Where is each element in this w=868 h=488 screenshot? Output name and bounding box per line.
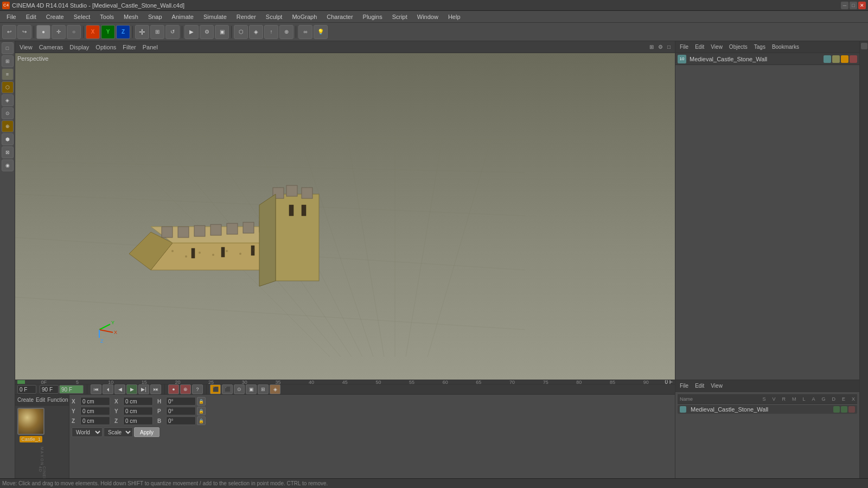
z-lock-icon[interactable]: 🔒 (197, 416, 206, 425)
x-position-input[interactable] (80, 397, 110, 406)
left-btn-sketch[interactable]: ⬢ (2, 133, 14, 145)
obj-menu-tags[interactable]: Tags (752, 43, 768, 51)
menu-tools[interactable]: Tools (95, 12, 118, 21)
points-button[interactable]: ○ (67, 25, 81, 39)
vr-btn[interactable]: ∞ (298, 25, 312, 39)
render-active[interactable]: ▣ (215, 25, 229, 39)
b-input[interactable] (166, 416, 196, 425)
apply-button[interactable]: Apply (134, 427, 159, 437)
move-tool[interactable]: ✛ (135, 25, 149, 39)
close-button[interactable]: ✕ (858, 2, 866, 9)
obj-visible-icon[interactable] (824, 55, 831, 63)
menu-file[interactable]: File (2, 12, 21, 21)
entry-btn-1[interactable] (833, 406, 840, 413)
x-axis-button[interactable]: X (86, 25, 100, 39)
h-input[interactable] (166, 397, 196, 406)
attr-menu-file[interactable]: File (678, 382, 691, 390)
vp-menu-display[interactable]: Display (67, 43, 91, 52)
goto-start-button[interactable]: ⏮ (91, 384, 101, 394)
menu-animate[interactable]: Animate (168, 12, 198, 21)
menu-create[interactable]: Create (42, 12, 68, 21)
obj-render-icon[interactable] (832, 55, 840, 63)
play-reverse-button[interactable]: ◀ (114, 384, 125, 394)
obj-menu-file[interactable]: File (678, 43, 691, 51)
scale-tool[interactable]: ⊞ (150, 25, 164, 39)
left-btn-deform[interactable]: ◈ (2, 94, 14, 106)
step-forward-button[interactable]: ▶| (138, 384, 149, 394)
menu-edit[interactable]: Edit (22, 12, 41, 21)
entry-btn-2[interactable] (841, 406, 847, 413)
vp-menu-filter[interactable]: Filter (120, 43, 138, 52)
attr-menu-edit[interactable]: Edit (693, 382, 706, 390)
redo-button[interactable]: ↪ (17, 25, 31, 39)
keyframe-btn1[interactable]: ⬛ (210, 384, 221, 394)
vp-menu-options[interactable]: Options (93, 43, 118, 52)
obj-close-icon[interactable] (850, 55, 857, 63)
menu-select[interactable]: Select (69, 12, 95, 21)
menu-snap[interactable]: Snap (144, 12, 167, 21)
start-frame-input[interactable] (17, 385, 36, 394)
undo-button[interactable]: ↩ (2, 25, 16, 39)
render-settings[interactable]: ⚙ (200, 25, 214, 39)
menu-character[interactable]: Character (322, 12, 357, 21)
y-lock-icon[interactable]: 🔒 (197, 407, 206, 415)
z-axis-button[interactable]: Z (116, 25, 130, 39)
key-help-button[interactable]: ? (192, 384, 203, 394)
light-btn[interactable]: 💡 (314, 25, 328, 39)
record-button[interactable]: ● (168, 384, 179, 394)
edge-btn[interactable] (861, 43, 867, 49)
menu-help[interactable]: Help (444, 12, 465, 21)
left-btn-hair[interactable]: ⊠ (2, 146, 14, 158)
mat-menu-create[interactable]: Create (17, 397, 34, 403)
left-btn-object[interactable]: □ (2, 42, 14, 54)
menu-plugins[interactable]: Plugins (359, 12, 387, 21)
left-btn-light[interactable]: ⊕ (2, 120, 14, 132)
null-button[interactable]: ✛ (52, 25, 66, 39)
left-btn-camera[interactable]: ⊙ (2, 107, 14, 119)
fps-input[interactable] (59, 385, 84, 394)
vp-expand-icon[interactable]: ⊞ (648, 43, 655, 51)
step-back-button[interactable]: ⏴ (103, 384, 113, 394)
goto-end-button[interactable]: ⏭ (150, 384, 161, 394)
rotate-tool[interactable]: ↺ (165, 25, 180, 39)
viewport-3d[interactable]: Perspective (15, 53, 675, 380)
y-axis-button[interactable]: Y (101, 25, 115, 39)
vp-menu-view[interactable]: View (17, 43, 35, 52)
obj-active-icon[interactable] (841, 55, 848, 63)
obj-menu-objects[interactable]: Objects (727, 43, 750, 51)
mat-menu-edit[interactable]: Edit (36, 397, 45, 403)
keyframe-btn4[interactable]: ▣ (246, 384, 257, 394)
vp-menu-panel[interactable]: Panel (141, 43, 160, 52)
timeline-btn[interactable]: ↑ (264, 25, 278, 39)
material-castle-item[interactable]: Castle_1 (17, 408, 44, 442)
entry-btn-x[interactable] (848, 406, 855, 413)
obj-menu-view[interactable]: View (709, 43, 725, 51)
y-size-input[interactable] (123, 407, 153, 415)
object-manager[interactable]: ⬡ (234, 25, 248, 39)
obj-menu-bookmarks[interactable]: Bookmarks (770, 43, 801, 51)
material-manager[interactable]: ◈ (249, 25, 263, 39)
obj-menu-edit[interactable]: Edit (693, 43, 706, 51)
menu-simulate[interactable]: Simulate (199, 12, 231, 21)
y-position-input[interactable] (80, 407, 110, 415)
keyframe-btn2[interactable]: ⬛ (222, 384, 233, 394)
maximize-button[interactable]: □ (850, 2, 857, 9)
end-frame-input[interactable] (40, 385, 59, 394)
keyframe-btn6[interactable]: ◈ (270, 384, 280, 394)
left-btn-grid[interactable]: ⊞ (2, 55, 14, 67)
left-btn-paint[interactable]: ◉ (2, 159, 14, 171)
world-dropdown[interactable]: World Object (72, 427, 103, 437)
left-btn-spline[interactable]: ⬡ (2, 81, 14, 93)
vp-settings-icon[interactable]: ⚙ (656, 43, 664, 51)
menu-mesh[interactable]: Mesh (119, 12, 143, 21)
scale-dropdown[interactable]: Scale Size (104, 427, 133, 437)
p-input[interactable] (166, 407, 196, 415)
keyframe-btn3[interactable]: ⊙ (234, 384, 245, 394)
model-mode-button[interactable]: ● (36, 25, 50, 39)
z-position-input[interactable] (80, 416, 110, 425)
xpresso-btn[interactable]: ⊕ (279, 25, 293, 39)
menu-script[interactable]: Script (388, 12, 412, 21)
play-button[interactable]: ▶ (126, 384, 137, 394)
attr-menu-view[interactable]: View (709, 382, 725, 390)
keyframe-btn5[interactable]: ⊞ (258, 384, 269, 394)
